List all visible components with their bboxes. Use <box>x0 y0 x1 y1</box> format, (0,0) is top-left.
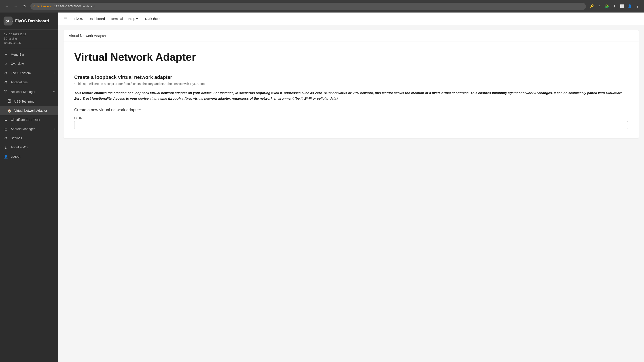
extensions-icon[interactable]: 🧩 <box>604 3 610 9</box>
section-description: This feature enables the creation of a l… <box>74 90 628 101</box>
security-label: Not secure <box>37 5 52 8</box>
sidebar-date: Dec 25 2023 15:17 <box>4 32 54 37</box>
sidebar-logo: FlyOS <box>4 16 12 25</box>
reload-button[interactable]: ↻ <box>22 3 28 9</box>
app-container: FlyOS FlyOS Dashboard Dec 25 2023 15:17 … <box>0 12 644 362</box>
sidebar-item-overview[interactable]: ○ Overview <box>0 59 58 69</box>
help-chevron-icon: ▾ <box>136 17 138 21</box>
sidebar-item-usb-tethering[interactable]: USB Tethering <box>0 97 58 106</box>
menu-bar-icon: ≡ <box>4 52 8 56</box>
virtual-network-icon: 🏠 <box>7 109 12 113</box>
url-text: 192.168.0.105:5000/dashboard <box>54 5 94 8</box>
chevron-icon: ‹ <box>54 127 54 130</box>
content-card-body: Virtual Network Adapter Create a loopbac… <box>64 42 639 138</box>
sidebar-item-label: Settings <box>11 136 54 140</box>
create-subtitle: Create a new virtual network adapter: <box>74 108 628 112</box>
usb-tethering-icon <box>7 99 12 104</box>
sidebar-item-label: Menu Bar <box>11 53 54 56</box>
chevron-icon: ‹ <box>54 81 54 84</box>
cidr-label: CIDR: <box>74 116 628 120</box>
main-area: ☰ FlyOS Dashboard Terminal Help ▾ Dark t… <box>58 12 644 362</box>
content-wrapper: Virtual Network Adapter Virtual Network … <box>58 25 644 362</box>
browser-chrome: ← → ↻ ⚠ Not secure 192.168.0.105:5000/da… <box>0 0 644 12</box>
cidr-form-group: CIDR: <box>74 116 628 129</box>
network-manager-icon <box>4 89 8 94</box>
section-note: * This app will create a script under /b… <box>74 82 628 86</box>
sidebar-toggle-icon[interactable]: ⬜ <box>619 3 625 9</box>
about-icon: ℹ <box>4 145 8 149</box>
sidebar-item-label: Android Manager <box>11 127 51 131</box>
topbar-link-flyos[interactable]: FlyOS <box>74 16 83 21</box>
applications-icon: ⚙ <box>4 80 8 84</box>
bookmark-icon[interactable]: ☆ <box>596 3 602 9</box>
sidebar-item-logout[interactable]: 👤 Logout <box>0 152 58 161</box>
topbar-link-dashboard[interactable]: Dashboard <box>88 16 105 21</box>
content-card-container: Virtual Network Adapter Virtual Network … <box>64 30 639 138</box>
topbar-menu-button[interactable]: ☰ <box>62 15 68 22</box>
chevron-icon: ‹ <box>54 71 54 75</box>
sidebar-item-label: Cloudflare Zero Trust <box>11 118 54 122</box>
sidebar-item-label: FlyOS System <box>11 71 51 75</box>
overview-icon: ○ <box>4 61 8 66</box>
sidebar-item-label: Network Manager <box>11 90 50 94</box>
sidebar-item-label: Logout <box>11 155 54 158</box>
sidebar-item-cloudflare[interactable]: ☁ Cloudflare Zero Trust <box>0 115 58 124</box>
key-icon[interactable]: 🔑 <box>588 3 595 9</box>
dark-theme-button[interactable]: Dark theme <box>143 16 164 21</box>
help-label: Help <box>128 17 135 20</box>
sidebar-nav: ≡ Menu Bar ○ Overview ⚙ FlyOS System ‹ ⚙… <box>0 48 58 362</box>
security-icon: ⚠ <box>33 5 36 8</box>
sidebar-item-label: Applications <box>11 80 51 84</box>
topbar: ☰ FlyOS Dashboard Terminal Help ▾ Dark t… <box>58 12 644 25</box>
sidebar-header: FlyOS FlyOS Dashboard <box>0 12 58 30</box>
browser-actions: 🔑 ☆ 🧩 ⬇ ⬜ 👤 ⋮ <box>588 3 640 9</box>
forward-button[interactable]: → <box>12 3 19 9</box>
menu-icon[interactable]: ⋮ <box>634 3 640 9</box>
cidr-input[interactable] <box>74 121 628 129</box>
address-bar[interactable]: ⚠ Not secure 192.168.0.105:5000/dashboar… <box>30 3 586 10</box>
sidebar-title: FlyOS Dashboard <box>15 19 49 23</box>
sidebar-item-flyos-system[interactable]: ⚙ FlyOS System ‹ <box>0 69 58 78</box>
sidebar-item-virtual-network-adapter[interactable]: 🏠 Virtual Network Adapter <box>0 106 58 115</box>
sidebar-item-android-manager[interactable]: ◻ Android Manager ‹ <box>0 124 58 134</box>
sidebar-item-about[interactable]: ℹ About FlyOS <box>0 143 58 152</box>
page-title: Virtual Network Adapter <box>74 51 628 64</box>
topbar-help-dropdown[interactable]: Help ▾ <box>128 17 138 21</box>
flyos-system-icon: ⚙ <box>4 71 8 75</box>
sidebar-item-menu-bar[interactable]: ≡ Menu Bar <box>0 50 58 59</box>
sidebar: FlyOS FlyOS Dashboard Dec 25 2023 15:17 … <box>0 12 58 362</box>
back-button[interactable]: ← <box>4 3 10 9</box>
sidebar-battery: 5 Charging <box>4 37 54 41</box>
logout-icon: 👤 <box>4 154 8 159</box>
android-manager-icon: ◻ <box>4 127 8 131</box>
sidebar-ip: 192.168.0.105 <box>4 41 54 45</box>
sidebar-item-applications[interactable]: ⚙ Applications ‹ <box>0 78 58 87</box>
topbar-link-terminal[interactable]: Terminal <box>110 16 123 21</box>
section-heading: Create a loopback virtual network adapte… <box>74 74 628 80</box>
cloudflare-icon: ☁ <box>4 118 8 122</box>
sidebar-info: Dec 25 2023 15:17 5 Charging 192.168.0.1… <box>0 30 58 48</box>
sidebar-item-network-manager[interactable]: Network Manager ▾ <box>0 87 58 97</box>
sidebar-item-label: USB Tethering <box>14 100 54 103</box>
download-icon[interactable]: ⬇ <box>611 3 618 9</box>
content-card-header: Virtual Network Adapter <box>64 30 639 42</box>
breadcrumb: Virtual Network Adapter <box>69 34 106 38</box>
content-card: Virtual Network Adapter Virtual Network … <box>64 30 639 138</box>
sidebar-item-settings[interactable]: ⚙ Settings <box>0 134 58 143</box>
sidebar-item-label: Overview <box>11 62 54 65</box>
sidebar-item-label: About FlyOS <box>11 145 54 149</box>
sidebar-item-label: Virtual Network Adapter <box>14 109 54 112</box>
settings-icon: ⚙ <box>4 136 8 140</box>
profile-icon[interactable]: 👤 <box>626 3 633 9</box>
chevron-down-icon: ▾ <box>53 90 54 93</box>
